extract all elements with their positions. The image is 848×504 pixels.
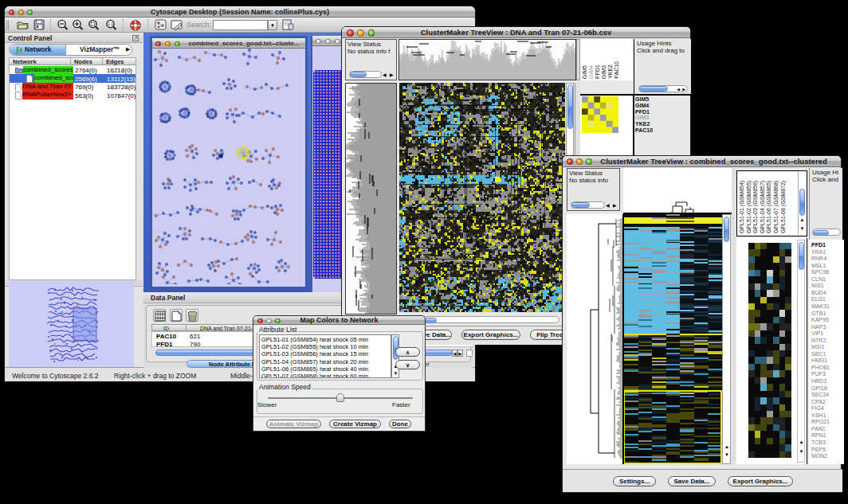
svg-text:1:1: 1:1 xyxy=(108,21,113,26)
